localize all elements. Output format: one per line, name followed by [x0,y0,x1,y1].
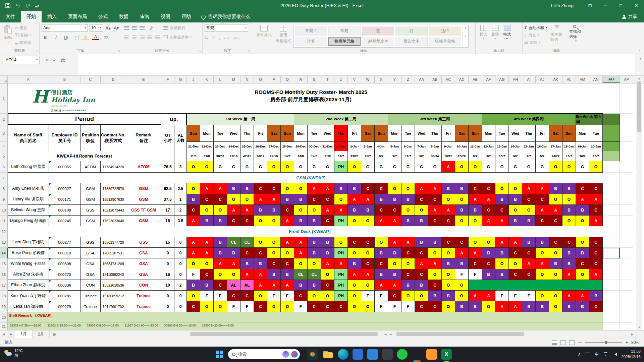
cell[interactable]: B [267,269,281,280]
cell[interactable]: 25-Dec [240,142,254,151]
expand-formula-bar-icon[interactable]: ▾ [640,57,641,60]
tray-volume-icon[interactable] [613,353,617,356]
cell[interactable]: 000245 [49,216,80,226]
cell[interactable]: B [576,248,589,258]
cell[interactable]: PH [334,291,348,301]
cell[interactable] [603,258,620,269]
cell[interactable]: 24-Dec [227,142,240,151]
cell[interactable]: O [294,258,308,269]
cell[interactable]: C [589,248,603,258]
cell[interactable]: A [509,301,522,312]
cell[interactable] [603,142,620,151]
cell[interactable]: C [388,205,401,216]
paste-button[interactable]: 粘贴▾ [2,24,14,46]
cell[interactable]: C [522,248,536,258]
tray-language-indicator[interactable]: 中 [595,352,599,357]
cell[interactable]: AFOM [126,161,161,173]
cell[interactable]: GSM [126,216,161,226]
cell[interactable] [620,194,633,205]
cell[interactable]: B [455,258,469,269]
cell[interactable]: Alice Zhu 朱春艳 [8,269,49,280]
autosum-button[interactable]: Σ自动求和▾ [525,24,547,32]
cell[interactable]: A [227,205,240,216]
cell[interactable]: Wed [321,125,334,142]
cell[interactable]: PH [334,161,348,173]
cell[interactable]: A [536,183,549,194]
cell[interactable]: O [187,258,200,269]
cell[interactable]: O [281,301,294,312]
cell[interactable]: O [388,258,401,269]
cell[interactable]: G [227,161,240,173]
cell[interactable]: F [240,301,254,312]
customize-quick-access-icon[interactable]: ▃▾ [35,4,39,7]
cell[interactable]: B [267,205,281,216]
cell[interactable]: 38/33 [214,151,227,161]
cell[interactable]: Fri [536,125,549,142]
cell[interactable]: 3 [174,161,187,173]
cell[interactable]: Trainee [126,291,161,301]
cell[interactable]: O [469,216,482,226]
row-header-8[interactable]: 8 [0,183,8,194]
cell[interactable]: F [495,291,509,301]
align-bottom-icon[interactable] [140,26,145,30]
cell[interactable]: 0 [161,258,174,269]
gallery-scrollbar[interactable]: ▲▾≡ [463,25,468,47]
cell[interactable]: F [455,269,469,280]
cell[interactable]: C [428,216,442,226]
cell[interactable]: C [536,216,549,226]
col-header-AJ[interactable]: AJ [536,76,549,83]
cell[interactable]: 17889722570 [101,183,126,194]
cell[interactable]: G [428,161,442,173]
cell[interactable]: 000308 [49,258,80,269]
close-button[interactable]: ✕ [629,0,644,11]
cell[interactable]: 30-Dec [308,142,321,151]
cell[interactable]: CL [308,269,321,280]
header-al[interactable]: AL天数 [174,125,187,151]
cell[interactable]: O [227,194,240,205]
cell[interactable]: O [348,248,361,258]
cell[interactable]: B [401,194,415,205]
formula-input[interactable] [78,54,635,75]
cell[interactable]: 000273 [49,269,80,280]
cell[interactable]: Lven Ding 丁相斌 [8,237,49,248]
cell[interactable]: O [321,291,334,301]
cell[interactable]: Sun [469,125,482,142]
find-select-button[interactable]: 查找和选择▾ [567,24,585,46]
row-header-6[interactable]: 6 [0,161,8,173]
cell[interactable]: B [442,183,455,194]
cell[interactable]: F [361,291,375,301]
cell[interactable]: C [536,194,549,205]
row-header-18[interactable]: 18 [0,291,8,301]
cell[interactable]: A [576,291,589,301]
cell[interactable] [620,248,633,258]
cell[interactable]: A [348,194,361,205]
zoom-slider-thumb[interactable] [605,341,607,344]
cell[interactable]: B [455,301,469,312]
cell[interactable]: GSS TF GSM [126,205,161,216]
cell[interactable]: 22/16 [227,151,240,161]
cell[interactable]: B [308,237,321,248]
cell[interactable]: A [281,216,294,226]
cell[interactable]: 000310 [49,248,80,258]
cell[interactable]: B [281,194,294,205]
cell[interactable]: 0 [161,248,174,258]
cell[interactable]: O [281,161,294,173]
cell[interactable]: C [321,280,334,291]
cell[interactable]: B [308,248,321,258]
cell[interactable]: A [388,280,401,291]
cell[interactable]: Thu [522,125,536,142]
cell[interactable]: 19-Jan [576,142,589,151]
row-header-12[interactable]: 12 [0,226,8,237]
tray-keyboard-icon[interactable] [585,353,590,356]
cell[interactable]: GSS [80,237,101,248]
cell[interactable]: O [536,248,549,258]
cell[interactable]: 2 [174,205,187,216]
cell[interactable]: C [589,205,603,216]
cell[interactable]: 18-Jan [562,142,576,151]
font-name-combobox[interactable]: Arial▾ [42,24,88,32]
cell[interactable]: A [281,237,294,248]
col-header-B[interactable]: B [49,76,80,83]
cell[interactable]: GSA [80,269,101,280]
redo-icon[interactable] [25,3,31,8]
cell[interactable]: B [254,205,267,216]
